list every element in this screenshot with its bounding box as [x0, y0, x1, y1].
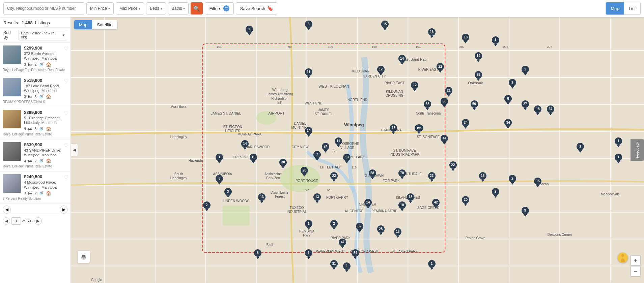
- list-view-button[interactable]: List: [624, 2, 640, 14]
- map-pin[interactable]: 18: [534, 105, 541, 115]
- listing-card[interactable]: ♡ $399,900 51 Firbridge Crescent,Little …: [0, 107, 71, 139]
- zoom-in-button[interactable]: +: [631, 255, 641, 265]
- map-pin[interactable]: 164: [415, 124, 423, 134]
- beds-dropdown[interactable]: Beds ▾: [146, 2, 166, 14]
- map-pin[interactable]: 24: [462, 119, 469, 129]
- map-pin[interactable]: 13: [343, 154, 351, 163]
- map-toggle-satellite-button[interactable]: Satellite: [92, 20, 117, 29]
- favorite-button[interactable]: ♡: [64, 142, 68, 149]
- map-pin[interactable]: 47: [339, 239, 346, 248]
- map-pin[interactable]: 37: [547, 105, 554, 115]
- map-pin[interactable]: 31: [330, 260, 338, 270]
- listing-card[interactable]: ♡ $299,900 372 Burrin Avenue,Winnipeg, M…: [0, 43, 71, 75]
- map-pin[interactable]: 33: [424, 100, 431, 110]
- map-pin[interactable]: 18: [394, 228, 401, 238]
- listing-card[interactable]: ♡ $249,500 4 Mosswood Place,Winnipeg, Ma…: [0, 171, 71, 204]
- map-pin[interactable]: 8: [504, 95, 512, 105]
- scroll-left-arrow[interactable]: ◀: [3, 206, 11, 214]
- listing-card[interactable]: ♡ $339,900 43 SANDPIPER Drive,Winnipeg, …: [0, 139, 71, 172]
- map-pin[interactable]: 28: [377, 225, 385, 235]
- map-area[interactable]: WEST KILDONAN GARDEN CITY East Saint Pau…: [71, 17, 644, 283]
- map-pin[interactable]: 32: [356, 223, 363, 232]
- map-pin[interactable]: 27: [522, 100, 529, 110]
- map-pin[interactable]: 15: [381, 21, 389, 30]
- map-pin[interactable]: 29: [475, 71, 482, 81]
- map-pin[interactable]: 1: [305, 249, 312, 259]
- search-input[interactable]: [7, 6, 81, 11]
- map-pin[interactable]: 1: [615, 137, 622, 147]
- map-pin[interactable]: 11: [335, 137, 342, 147]
- map-pin[interactable]: 68: [441, 98, 448, 107]
- map-pin[interactable]: 1: [492, 36, 499, 46]
- favorite-button[interactable]: ♡: [64, 110, 68, 116]
- map-pin[interactable]: 42: [432, 199, 440, 209]
- search-input-wrap[interactable]: [3, 2, 84, 14]
- map-pin[interactable]: 2: [492, 188, 499, 198]
- map-pin[interactable]: 11: [305, 68, 312, 78]
- map-pin[interactable]: 19: [475, 52, 482, 62]
- favorite-button[interactable]: ♡: [64, 78, 68, 84]
- map-pin[interactable]: 22: [449, 161, 457, 171]
- map-pin[interactable]: 13: [313, 193, 321, 203]
- map-pin[interactable]: 1: [577, 143, 584, 153]
- map-pin[interactable]: 2: [509, 175, 516, 185]
- map-pin[interactable]: 14: [241, 140, 249, 150]
- map-pin[interactable]: 14: [305, 127, 312, 137]
- min-price-dropdown[interactable]: Min Price ▾: [86, 2, 114, 14]
- map-pin[interactable]: 1: [509, 79, 516, 89]
- map-pin[interactable]: 70: [398, 169, 406, 179]
- map-pin[interactable]: 54: [352, 249, 359, 259]
- map-pin[interactable]: 12: [411, 82, 418, 91]
- map-pin[interactable]: 14: [398, 55, 406, 65]
- map-pin[interactable]: 1: [343, 262, 351, 272]
- map-pin[interactable]: 6: [254, 249, 261, 259]
- map-pin[interactable]: 59: [471, 100, 478, 110]
- map-collapse-arrow[interactable]: ◀: [71, 144, 78, 156]
- map-pin[interactable]: 15: [390, 124, 397, 134]
- map-pin[interactable]: 1: [216, 154, 223, 163]
- map-pin[interactable]: 2: [330, 220, 338, 230]
- map-pin[interactable]: 13: [407, 193, 414, 203]
- map-pin[interactable]: 20: [462, 196, 469, 206]
- sort-dropdown[interactable]: Date Posted (new to old) ▾: [19, 30, 67, 40]
- layers-button[interactable]: [78, 251, 90, 263]
- map-pin[interactable]: 7: [313, 151, 321, 161]
- map-pin[interactable]: 6: [305, 21, 312, 30]
- map-pin[interactable]: 2: [203, 201, 211, 211]
- map-pin[interactable]: 19: [250, 154, 257, 163]
- map-pin[interactable]: 15: [534, 178, 541, 187]
- map-pin[interactable]: 22: [330, 172, 338, 182]
- map-pin[interactable]: 34: [504, 119, 512, 129]
- map-pin[interactable]: 20: [301, 167, 308, 177]
- baths-dropdown[interactable]: Baths ▾: [168, 2, 189, 14]
- map-pin[interactable]: 18: [462, 34, 469, 43]
- map-pin[interactable]: 1: [615, 154, 622, 163]
- feedback-tab[interactable]: Feedback: [631, 139, 644, 161]
- map-pin[interactable]: 23: [428, 172, 436, 182]
- map-pin[interactable]: 30: [279, 159, 287, 168]
- map-pin[interactable]: 1: [246, 26, 253, 35]
- map-pin[interactable]: 1: [305, 220, 312, 230]
- search-button[interactable]: 🔍: [191, 2, 203, 14]
- map-pin[interactable]: 10: [398, 201, 406, 211]
- save-search-button[interactable]: Save Search 🔖: [236, 2, 277, 14]
- map-pin[interactable]: 16: [428, 28, 436, 38]
- map-pin[interactable]: 3: [224, 188, 232, 198]
- map-pin[interactable]: 1: [522, 66, 529, 75]
- filters-button[interactable]: Filters: [205, 2, 233, 14]
- listing-card[interactable]: ♡ $519,900 187 Lake Bend Road,Winnipeg, …: [0, 75, 71, 107]
- map-pin[interactable]: 12: [377, 66, 385, 75]
- map-pin[interactable]: 1: [428, 260, 436, 270]
- scroll-right-arrow[interactable]: ▶: [60, 206, 68, 214]
- prev-page-button[interactable]: ◀: [3, 217, 10, 225]
- favorite-button[interactable]: ♡: [64, 45, 68, 52]
- map-pin[interactable]: 18: [479, 172, 486, 182]
- map-pin[interactable]: 22: [437, 63, 444, 73]
- max-price-dropdown[interactable]: Max Price ▾: [116, 2, 144, 14]
- map-pin[interactable]: 9: [522, 207, 529, 217]
- map-pin[interactable]: 44: [441, 135, 448, 145]
- map-pin[interactable]: 13: [258, 193, 265, 203]
- map-pin[interactable]: 14: [364, 199, 372, 209]
- map-pin[interactable]: 24: [322, 143, 329, 153]
- favorite-button[interactable]: ♡: [64, 174, 68, 181]
